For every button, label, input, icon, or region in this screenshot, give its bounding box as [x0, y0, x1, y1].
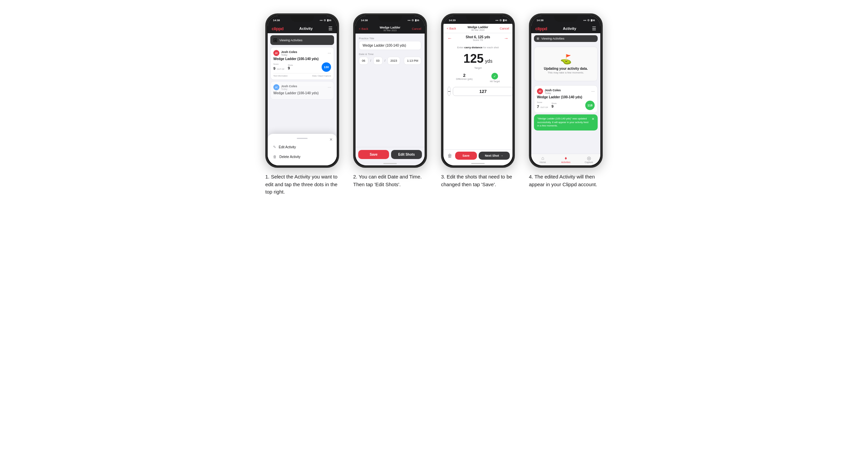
wifi-icon-3: ⊙ — [499, 19, 502, 22]
minus-btn-3[interactable]: − — [447, 87, 451, 96]
edit-shots-btn-2[interactable]: Edit Shots — [391, 150, 422, 159]
activity-card-2[interactable]: JC Josh Coles Today ··· Wedge Ladder (10… — [270, 81, 334, 100]
nav-capture-4[interactable]: ◎ Capture — [577, 155, 600, 163]
activities-nav-icon-4: ♦ — [564, 155, 567, 161]
date-year-2[interactable]: 2023 — [388, 57, 400, 65]
delete-activity-label: Delete Activity — [279, 155, 301, 159]
score-badge-1: 130 — [322, 62, 331, 72]
cancel-btn-2[interactable]: Cancel — [412, 27, 421, 31]
user-name-4: Josh Coles — [545, 89, 561, 92]
status-icons-3: ▪▪▪ ⊙ ▮36 — [496, 19, 507, 22]
phones-row: 14:38 ▪▪▪ ⊙ ▮36 clippd Activity ☰ — [264, 13, 604, 196]
edit-activity-item[interactable]: ✎ Edit Activity — [273, 142, 331, 152]
date-label-2: Date & Time — [359, 53, 421, 56]
bottom-nav-4: ⌂ Home ♦ Activities ◎ Capture — [531, 154, 600, 165]
cancel-btn-3[interactable]: Cancel — [500, 27, 509, 30]
battery-icon-4: ▮36 — [591, 19, 595, 22]
wifi-icon-1: ⊙ — [324, 19, 326, 22]
form-subtitle-2: 06 Mar 2023 — [380, 29, 400, 32]
distance-input-3[interactable] — [453, 87, 513, 96]
score-outof-4: OUT OF — [541, 106, 548, 108]
user-info-2: JC Josh Coles Today — [273, 84, 297, 90]
back-btn-3[interactable]: < Back — [447, 27, 456, 30]
score-label-1: Score — [273, 63, 284, 65]
header-title-4: Activity — [563, 27, 576, 31]
next-shot-btn-3[interactable]: Next Shot → — [478, 152, 510, 160]
next-shot-label-3: Next Shot — [485, 154, 499, 157]
user-info-1: JC Josh Coles Today — [273, 50, 297, 56]
home-nav-icon-4: ⌂ — [541, 155, 544, 161]
user-date-2: Today — [281, 88, 297, 90]
score-badge-4: 118 — [585, 101, 595, 110]
hit-target-label-3: Hit Target — [490, 80, 500, 83]
battery-icon-3: ▮36 — [503, 19, 507, 22]
big-num-3: 125 — [464, 52, 484, 65]
prev-arrow-3[interactable]: ← — [447, 36, 452, 41]
form-actions-2: Save Edit Shots — [355, 147, 425, 162]
app-header-1: clippd Activity ☰ — [268, 24, 337, 33]
three-dots-2[interactable]: ··· — [328, 85, 331, 90]
three-dots-4[interactable]: ··· — [591, 89, 595, 94]
time-4: 14:38 — [537, 19, 543, 22]
menu-icon-1[interactable]: ☰ — [328, 26, 333, 31]
phone-column-4: 14:38 ▪▪▪ ⊙ ▮36 clippd Activity ☰ — [527, 13, 604, 188]
input-row-3: − + — [447, 87, 508, 96]
shot-body-3: Enter carry distance for each shot 125 y… — [443, 43, 513, 149]
card-stats-1: Score 9 OUT OF Shots 9 130 — [273, 62, 331, 72]
signal-icon-3: ▪▪▪ — [496, 19, 499, 22]
status-bar-4: 14:38 ▪▪▪ ⊙ ▮36 — [531, 16, 600, 24]
activity-card-4[interactable]: JC Josh Coles Today ··· Wedge Ladder (10… — [534, 85, 598, 113]
delete-activity-item[interactable]: 🗑 Delete Activity — [273, 152, 331, 161]
nav-activities-4[interactable]: ♦ Activities — [554, 155, 578, 163]
updating-sub-4: This may take a few moments. — [538, 71, 594, 74]
sheet-close-icon-1[interactable]: ✕ — [329, 137, 333, 142]
shot-header-center-3: Wedge Ladder 06 Mar 2023 — [468, 26, 488, 31]
date-month-2[interactable]: 03 — [373, 57, 383, 65]
clippd-logo-4: clippd — [535, 26, 547, 31]
date-day-2[interactable]: 06 — [359, 57, 368, 65]
metric-hit-target-3: ✓ Hit Target — [490, 73, 500, 83]
form-header-center-2: Wedge Ladder 06 Mar 2023 — [380, 26, 400, 32]
screen-4: ⊞ Viewing Activities ⛳ Updating your act… — [531, 33, 600, 154]
user-name-1: Josh Coles — [281, 50, 297, 54]
nav-home-4[interactable]: ⌂ Home — [531, 155, 554, 163]
status-bar-1: 14:38 ▪▪▪ ⊙ ▮36 — [268, 16, 337, 24]
form-body-2: Practice Title Date & Time 06 / 03 / 202… — [355, 34, 425, 147]
shot-metrics-3: 2 Difference (yds) ✓ Hit Target — [447, 73, 508, 83]
battery-icon-1: ▮36 — [327, 19, 331, 22]
next-arrow-3[interactable]: → — [504, 36, 508, 41]
card-footer-1: Test Information Data: Clippd Capture — [273, 73, 331, 77]
bottom-sheet-1: ✕ ✎ Edit Activity 🗑 Delete Activity — [268, 134, 337, 165]
card-title-2: Wedge Ladder (100-140 yds) — [273, 91, 331, 95]
shot-title-area-3: Shot 6, 125 yds Score 7/9 — [466, 35, 490, 41]
signal-icon-4: ▪▪▪ — [584, 19, 587, 22]
toast-close-icon-4[interactable]: ✕ — [592, 117, 594, 121]
big-unit-3: yds — [485, 58, 492, 64]
app-header-4: clippd Activity ☰ — [531, 24, 600, 33]
menu-icon-4[interactable]: ☰ — [592, 26, 596, 31]
delete-btn-3[interactable]: 🗑 — [446, 152, 454, 160]
notch-4 — [554, 16, 578, 22]
screen-1: ⊞ Viewing Activities JC Josh Coles Today — [268, 33, 337, 165]
back-btn-2[interactable]: < Back — [359, 27, 368, 31]
date-time-2[interactable]: 1:13 PM — [404, 57, 421, 65]
status-bar-3: 14:39 ▪▪▪ ⊙ ▮36 — [443, 16, 513, 24]
diff-val-3: 2 — [456, 73, 472, 78]
save-shot-btn-3[interactable]: Save — [455, 152, 477, 160]
activity-card-1[interactable]: JC Josh Coles Today ··· Wedge Ladder (10… — [270, 47, 334, 80]
edit-activity-label: Edit Activity — [279, 145, 296, 149]
card-title-1: Wedge Ladder (100-140 yds) — [273, 57, 331, 61]
spacer-4 — [531, 133, 600, 154]
status-bar-2: 14:38 ▪▪▪ ⊙ ▮36 — [355, 16, 425, 24]
save-btn-2[interactable]: Save — [358, 150, 389, 159]
user-info-4: JC Josh Coles Today — [537, 88, 561, 94]
shot-header-3: < Back Wedge Ladder 06 Mar 2023 Cancel — [443, 24, 513, 33]
diff-label-3: Difference (yds) — [456, 78, 472, 80]
viewing-label-1: Viewing Activities — [279, 39, 303, 42]
capture-nav-label-4: Capture — [585, 161, 593, 163]
activities-nav-label-4: Activities — [561, 161, 570, 163]
wifi-icon-2: ⊙ — [411, 19, 414, 22]
practice-input-2[interactable] — [359, 41, 421, 50]
capture-nav-icon-4: ◎ — [587, 155, 591, 161]
three-dots-1[interactable]: ··· — [328, 51, 331, 55]
